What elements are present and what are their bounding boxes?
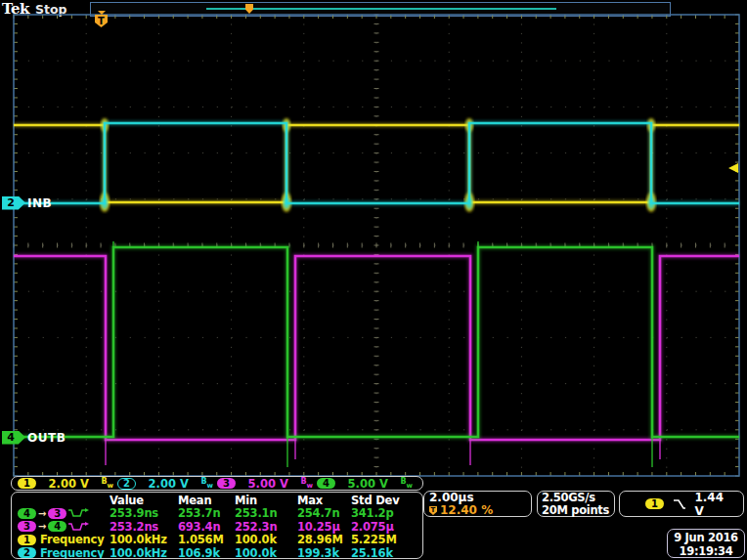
arrow-icon: → <box>38 521 46 532</box>
trigger-level-arrow-icon[interactable] <box>728 163 738 173</box>
arrow-icon: → <box>38 508 46 519</box>
measurement-value: 100.0k <box>235 533 297 546</box>
channel-1-scale: 2.00 V <box>49 477 89 491</box>
channel-1-settings[interactable]: 12.00 VBw <box>18 477 117 491</box>
bandwidth-limit-icon: Bw <box>200 477 213 490</box>
measurement-value: 1.056M <box>178 533 235 546</box>
measurement-row: 4→3253.9ns253.7n253.1n254.7n341.2p <box>18 506 422 519</box>
measurement-rows: 4→3253.9ns253.7n253.1n254.7n341.2p3→4253… <box>18 506 422 559</box>
trace-ch1 <box>14 118 739 212</box>
measurement-value: 254.7n <box>297 506 351 520</box>
trigger-position-percent: 12.40 % <box>440 504 493 517</box>
measurement-value: 100.0kHz <box>110 533 178 546</box>
measurement-row-icons: 4→3 <box>18 507 110 519</box>
measurement-value: 253.1n <box>235 506 297 520</box>
channel-3-badge: 3 <box>217 478 236 489</box>
measurement-channel-badge-4: 4 <box>48 521 66 532</box>
measurement-channel-badge-2: 2 <box>18 547 36 558</box>
col-header-max: Max <box>297 494 351 507</box>
trigger-position-mini-icon: T <box>429 506 437 515</box>
channel-2-badge: 2 <box>117 478 136 490</box>
measurement-value: 341.2p <box>351 506 422 520</box>
channel-2-badge: 2 <box>2 196 25 210</box>
channel-2-settings[interactable]: 22.00 VBw <box>117 477 217 491</box>
channel-2-signal-name: INB <box>27 196 52 210</box>
channel-3-scale: 5.00 V <box>248 477 288 491</box>
channel-2-position-label[interactable]: 2 INB <box>2 195 52 210</box>
measurement-value: 106.9k <box>178 546 235 559</box>
measurement-header-row: Value Mean Min Max Std Dev <box>18 494 422 506</box>
measurement-name: Frequency <box>40 533 105 546</box>
bandwidth-limit-icon: Bw <box>101 477 113 490</box>
channel-settings-bar: 12.00 VBw22.00 VBw35.00 VBw45.00 VBw <box>11 476 423 491</box>
date-label: 9 Jun 2016 <box>668 531 744 544</box>
datetime-box: 9 Jun 2016 19:19:34 <box>667 529 745 558</box>
channel-4-signal-name: OUTB <box>27 431 66 445</box>
measurement-row-icons: 1Frequency <box>18 533 110 546</box>
measurement-channel-badge-3: 3 <box>18 521 36 532</box>
measurement-value: 100.0k <box>235 546 297 559</box>
measurement-row: 1Frequency100.0kHz1.056M100.0k28.96M5.22… <box>18 533 422 545</box>
col-header-value: Value <box>110 494 178 507</box>
col-header-min: Min <box>235 494 297 507</box>
measurement-value: 100.0kHz <box>110 546 178 559</box>
trigger-position-flag-icon[interactable]: T <box>94 11 109 27</box>
measurement-value: 2.075µ <box>351 520 422 534</box>
measurement-row: 3→4253.2ns693.4n252.3n10.25µ2.075µ <box>18 520 422 533</box>
measurement-value: 25.16k <box>351 546 422 559</box>
delay-edges-icon <box>67 521 91 533</box>
bandwidth-limit-icon: Bw <box>400 477 413 490</box>
measurement-row-icons: 2Frequency <box>18 546 110 559</box>
trace-ch4 <box>14 241 739 467</box>
channel-1-badge: 1 <box>18 478 36 489</box>
measurement-channel-badge-1: 1 <box>18 535 36 545</box>
trigger-flag-t-icon: T <box>95 15 108 27</box>
measurement-table: Value Mean Min Max Std Dev 4→3253.9ns253… <box>11 492 423 559</box>
measurement-value: 253.9ns <box>110 506 178 520</box>
falling-edge-icon <box>672 497 686 510</box>
measurement-row: 2Frequency100.0kHz106.9k100.0k199.3k25.1… <box>18 546 422 559</box>
measurement-value: 5.225M <box>351 533 422 546</box>
channel-3-settings[interactable]: 35.00 VBw <box>217 477 317 491</box>
measurement-name: Frequency <box>40 546 105 559</box>
col-header-mean: Mean <box>178 494 235 507</box>
horizontal-settings-box[interactable]: 2.00µs T 12.40 % <box>423 491 532 517</box>
measurement-channel-badge-3: 3 <box>48 508 66 519</box>
col-header-stddev: Std Dev <box>351 494 422 507</box>
measurement-value: 10.25µ <box>297 520 351 534</box>
channel-4-scale: 5.00 V <box>348 477 388 491</box>
channel-4-settings[interactable]: 45.00 VBw <box>317 477 417 491</box>
trigger-flag-arrow-icon <box>98 11 106 15</box>
acquisition-info-box[interactable]: 2.50GS/s 20M points <box>537 491 615 517</box>
channel-4-position-label[interactable]: 4 OUTB <box>2 430 66 445</box>
bandwidth-limit-icon: Bw <box>300 477 313 490</box>
channel-4-badge: 4 <box>2 431 25 445</box>
measurement-value: 253.2ns <box>110 520 178 534</box>
oscilloscope-screen: Tek Stop T 2 INB 4 OUTB 12.00 VBw22.00 V… <box>0 0 747 560</box>
channel-4-badge: 4 <box>317 478 335 489</box>
measurement-value: 252.3n <box>235 520 297 534</box>
trigger-source-badge: 1 <box>645 498 664 509</box>
measurement-row-icons: 3→4 <box>18 521 110 533</box>
time-label: 19:19:34 <box>668 544 744 558</box>
trace-ch3 <box>14 256 739 465</box>
delay-edges-icon <box>67 507 91 519</box>
channel-2-scale: 2.00 V <box>149 477 189 491</box>
trace-ch2 <box>14 123 739 209</box>
measurement-value: 253.7n <box>178 506 235 520</box>
measurement-value: 199.3k <box>297 546 351 559</box>
trigger-settings-box[interactable]: 1 1.44 V <box>619 491 744 517</box>
measurement-channel-badge-4: 4 <box>18 508 36 519</box>
measurement-value: 28.96M <box>297 533 351 546</box>
record-length: 20M points <box>542 504 610 517</box>
trigger-level-value: 1.44 V <box>694 491 735 518</box>
measurement-value: 693.4n <box>178 520 235 534</box>
